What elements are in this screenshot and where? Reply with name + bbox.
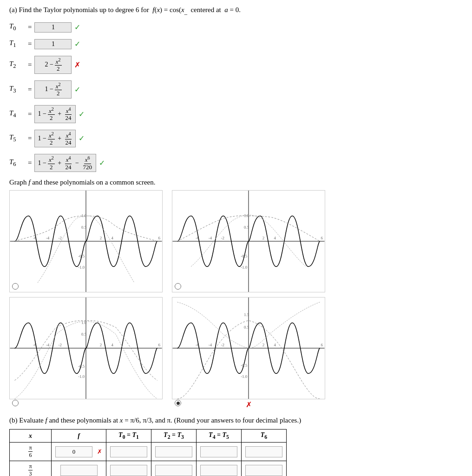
poly-eq-t2: =: [28, 61, 32, 69]
table-row-pi6: π6 ✗: [10, 443, 287, 461]
poly-input-t3[interactable]: 1 − x22: [34, 80, 72, 99]
poly-eq-t3: =: [28, 86, 32, 93]
col-header-t01: T0 = T1: [106, 430, 151, 443]
polynomial-row-t5: T5 = 1 − x22 + x424 ✓: [9, 130, 463, 148]
poly-label-t6: T6: [9, 158, 28, 168]
svg-text:2: 2: [100, 343, 102, 347]
poly-eq-t4: =: [28, 110, 32, 118]
polynomial-row-t3: T3 = 1 − x22 ✓: [9, 80, 463, 99]
graph-svg-2: 6 2 4 -2 -4 -6 1.0 0.5 -0.5 -1.0: [172, 191, 325, 292]
svg-text:2: 2: [262, 236, 264, 240]
poly-input-t2[interactable]: 2 − x22: [34, 56, 72, 74]
poly-label-t0: T0: [9, 22, 28, 32]
svg-text:2: 2: [100, 236, 102, 240]
graph-section-label: Graph f and these polynomials on a commo…: [9, 178, 463, 186]
graph-1[interactable]: 6 2 4 -2 -4 -6 1.0 0.5 -0.5 -1.0: [9, 190, 163, 292]
graph-2[interactable]: 6 2 4 -2 -4 -6 1.0 0.5 -0.5 -1.0: [172, 190, 325, 292]
svg-text:1.5: 1.5: [244, 312, 249, 317]
polynomial-row-t2: T2 = 2 − x22 ✗: [9, 56, 463, 74]
poly-value-t3: 1 − x22: [45, 82, 61, 97]
function-label: f(x) = cos(x_ centered at a = 0.: [152, 6, 241, 13]
polynomial-row-t6: T6 = 1 − x22 + x424 − x6720 ✓: [9, 154, 463, 172]
t23-value-pi6: [151, 443, 197, 461]
svg-text:-2: -2: [59, 236, 62, 240]
poly-value-t0: 1: [52, 24, 55, 31]
t45-value-pi6: [197, 443, 242, 461]
f-value-pi6: ✗: [52, 443, 106, 461]
t6-value-pi6: [242, 443, 287, 461]
poly-input-t5[interactable]: 1 − x22 + x424: [34, 130, 75, 148]
f-value-pi3: [52, 461, 106, 476]
graph-svg-3: 6 2 4 -2 -4 -6 1.0 0.5 -0.5 -1.0: [10, 298, 162, 399]
check-t3: ✓: [74, 85, 80, 94]
f-cross-pi6: ✗: [97, 448, 102, 456]
poly-value-t2: 2 − x22: [45, 57, 61, 73]
f-input-pi6[interactable]: [55, 446, 92, 457]
graph-row-1: 6 2 4 -2 -4 -6 1.0 0.5 -0.5 -1.0: [9, 190, 463, 292]
t6-input-pi3[interactable]: [245, 465, 282, 476]
check-t5: ✓: [79, 134, 85, 143]
svg-text:-1.0: -1.0: [241, 265, 248, 270]
poly-input-t0[interactable]: 1: [34, 22, 72, 33]
t6-input-pi6[interactable]: [245, 446, 282, 457]
f-input-pi3[interactable]: [60, 465, 98, 476]
t01-value-pi6: [106, 443, 151, 461]
cross-t2: ✗: [74, 60, 80, 69]
check-t1: ✓: [74, 40, 80, 48]
t45-value-pi3: [197, 461, 242, 476]
check-t6: ✓: [99, 159, 105, 167]
svg-text:-4: -4: [209, 343, 212, 347]
graph-row-2: 6 2 4 -2 -4 -6 1.0 0.5 -0.5 -1.0: [9, 297, 463, 409]
t23-value-pi3: [151, 461, 197, 476]
graph-wrapper-3: 6 2 4 -2 -4 -6 1.0 0.5 -0.5 -1.0: [9, 297, 163, 409]
poly-input-t1[interactable]: 1: [34, 39, 72, 49]
poly-label-t2: T2: [9, 60, 28, 70]
poly-input-t6[interactable]: 1 − x22 + x424 − x6720: [34, 154, 96, 172]
graph-3[interactable]: 6 2 4 -2 -4 -6 1.0 0.5 -0.5 -1.0: [9, 297, 163, 399]
svg-text:1.0: 1.0: [81, 321, 87, 325]
poly-eq-t1: =: [28, 40, 32, 48]
graph-4[interactable]: 6 2 4 -2 -4 -6 1.5 0.5 -0.5 -1.0: [172, 297, 325, 399]
svg-text:0.5: 0.5: [81, 332, 87, 337]
poly-input-t4[interactable]: 1 − x22 + x424: [34, 105, 75, 123]
col-header-t45: T4 = T5: [197, 430, 242, 443]
svg-text:6: 6: [158, 236, 161, 240]
t01-input-pi3[interactable]: [110, 465, 147, 476]
svg-text:6: 6: [321, 236, 323, 240]
polynomial-row-t1: T1 = 1 ✓: [9, 39, 463, 49]
svg-text:-1.0: -1.0: [241, 375, 248, 379]
t01-input-pi6[interactable]: [110, 446, 147, 457]
poly-value-t5: 1 − x22 + x424: [38, 131, 72, 146]
svg-text:2: 2: [262, 343, 264, 347]
poly-value-t6: 1 − x22 + x424 − x6720: [38, 155, 93, 171]
poly-eq-t6: =: [28, 159, 32, 167]
svg-text:-4: -4: [209, 236, 212, 240]
part-b-header: (b) Evaluate f and these polynomials at …: [9, 416, 463, 424]
svg-text:4: 4: [111, 343, 114, 347]
check-t4: ✓: [79, 110, 85, 119]
svg-text:6: 6: [158, 343, 161, 347]
t45-input-pi3[interactable]: [200, 465, 237, 476]
radio-graph-3[interactable]: [12, 400, 19, 406]
svg-text:0.5: 0.5: [81, 225, 87, 230]
graph-svg-1: 6 2 4 -2 -4 -6 1.0 0.5 -0.5 -1.0: [10, 191, 162, 292]
svg-text:0.5: 0.5: [244, 225, 249, 230]
t23-input-pi3[interactable]: [155, 465, 192, 476]
poly-eq-t0: =: [28, 23, 32, 31]
graph-wrapper-2: 6 2 4 -2 -4 -6 1.0 0.5 -0.5 -1.0: [172, 190, 325, 292]
graph-section: Graph f and these polynomials on a commo…: [9, 178, 463, 409]
svg-text:-1.0: -1.0: [78, 265, 85, 270]
col-header-x: x: [10, 430, 52, 443]
poly-value-t1: 1: [52, 40, 55, 48]
part-b: (b) Evaluate f and these polynomials at …: [9, 416, 463, 476]
t45-input-pi6[interactable]: [200, 446, 237, 457]
poly-label-t5: T5: [9, 133, 28, 143]
x-value-pi6: π6: [10, 443, 52, 461]
svg-text:-2: -2: [221, 343, 224, 347]
col-header-t6: T6: [242, 430, 287, 443]
t01-value-pi3: [106, 461, 151, 476]
svg-text:4: 4: [274, 236, 276, 240]
part-a-label: (a) Find the Taylor polynomials up to de…: [9, 6, 151, 13]
polynomial-row-t0: T0 = 1 ✓: [9, 22, 463, 33]
t23-input-pi6[interactable]: [155, 446, 192, 457]
